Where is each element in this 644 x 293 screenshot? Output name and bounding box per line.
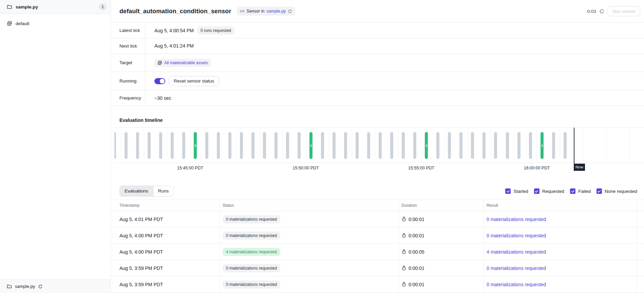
result-link[interactable]: 0 materializations requested	[487, 282, 546, 287]
timeline-gridline	[121, 128, 121, 163]
sidebar-item-label: sample.py	[16, 4, 38, 10]
evaluation-timestamp: Aug 5, 3:59 PM PDT	[119, 265, 163, 271]
filter-label: Started	[513, 189, 528, 194]
timeline-bar[interactable]	[114, 132, 116, 159]
timeline-bar[interactable]	[436, 132, 439, 159]
target-assets-link[interactable]: All materializable assets	[154, 59, 211, 67]
timeline-tick-label: 15:50:00 PDT	[293, 166, 319, 170]
tab-group: Evaluations Runs	[119, 186, 174, 197]
scrollbar-track[interactable]	[637, 200, 637, 293]
info-label: Running	[111, 78, 145, 84]
timeline-gridline	[190, 128, 190, 163]
timeline-bar[interactable]	[356, 132, 359, 159]
timeline-gridline	[329, 128, 329, 163]
checkbox-checked-icon[interactable]	[534, 188, 539, 194]
checkbox-checked-icon[interactable]	[596, 188, 602, 194]
timeline-bar[interactable]	[494, 132, 497, 159]
timeline-bar-requested[interactable]: 4	[425, 132, 428, 159]
reload-icon[interactable]	[288, 9, 292, 14]
timeline-bar[interactable]	[148, 132, 151, 159]
result-link[interactable]: 4 materializations requested	[487, 249, 546, 255]
status-badge: 0 materializations requested	[223, 264, 280, 272]
timeline-bar[interactable]	[482, 132, 486, 159]
filter-label: None requested	[605, 189, 637, 194]
timeline-bar[interactable]	[459, 132, 462, 159]
duration-text: 0:00:01	[409, 282, 424, 287]
reload-icon[interactable]	[38, 284, 43, 289]
timeline-bar[interactable]	[274, 132, 278, 159]
timeline-bar[interactable]	[552, 132, 555, 159]
timeline-bar[interactable]	[136, 132, 139, 159]
timeline-bar-requested[interactable]: 4	[309, 132, 312, 159]
filter-failed[interactable]: Failed	[570, 188, 591, 194]
timeline-gridline	[421, 128, 422, 163]
timeline-bar[interactable]	[517, 132, 520, 159]
timeline-bar[interactable]	[251, 132, 254, 159]
result-link[interactable]: 0 materializations requested	[487, 233, 546, 238]
info-row-next-tick: Next tick Aug 5, 4:01:24 PM	[111, 38, 644, 53]
timeline-bar[interactable]	[217, 132, 220, 159]
timeline-bar[interactable]	[286, 132, 289, 159]
timeline-bar[interactable]	[125, 132, 128, 159]
timeline-bar[interactable]	[413, 132, 416, 159]
result-link[interactable]: 0 materializations requested	[487, 217, 546, 222]
timeline-bar[interactable]	[344, 132, 347, 159]
timeline-bar[interactable]	[448, 132, 451, 159]
duration-value: 0:00:01	[401, 265, 424, 271]
timeline-heading: Evaluation timeline	[119, 117, 163, 123]
timeline-bar[interactable]	[263, 132, 266, 159]
checkbox-checked-icon[interactable]	[570, 188, 575, 194]
evaluation-timestamp: Aug 5, 4:00 PM PDT	[119, 249, 163, 255]
sensor-icon	[240, 9, 245, 14]
sidebar-item-default[interactable]: default	[0, 17, 111, 30]
timeline-bar[interactable]	[182, 132, 185, 159]
tab-evaluations[interactable]: Evaluations	[120, 186, 153, 196]
timeline-bar[interactable]	[205, 132, 208, 159]
table-row: Aug 5, 4:00 PM PDT4 materializations req…	[111, 244, 644, 260]
timeline-bar[interactable]	[321, 132, 324, 159]
timeline-bar[interactable]	[529, 132, 532, 159]
info-row-running: Running Reset sensor status	[111, 72, 644, 90]
timeline-gridline	[213, 128, 213, 163]
result-link[interactable]: 0 materializations requested	[487, 265, 546, 271]
stopwatch-icon	[401, 233, 406, 238]
timeline-bar[interactable]	[298, 132, 301, 159]
timeline-bar[interactable]	[367, 132, 370, 159]
timeline-bar[interactable]	[240, 132, 243, 159]
checkbox-checked-icon[interactable]	[505, 188, 511, 194]
timeline-bar[interactable]	[171, 132, 174, 159]
timeline-bar[interactable]	[390, 132, 393, 159]
target-assets-label: All materializable assets	[164, 60, 208, 65]
timeline-bar[interactable]	[333, 132, 336, 159]
running-toggle[interactable]	[154, 78, 165, 84]
timeline-bar[interactable]	[159, 132, 162, 159]
filter-requested[interactable]: Requested	[534, 188, 564, 194]
timeline-bar-requested[interactable]: 4	[194, 132, 197, 159]
timeline-bar[interactable]	[471, 132, 474, 159]
timeline-bar[interactable]	[506, 132, 509, 159]
reset-sensor-status-button[interactable]: Reset sensor status	[169, 76, 219, 86]
table-row: Aug 5, 4:00 PM PDT0 materializations req…	[111, 227, 644, 244]
sensor-tag-prefix: Sensor in	[247, 9, 265, 14]
table-row: Aug 5, 4:01 PM PDT0 materializations req…	[111, 211, 644, 227]
test-sensor-button[interactable]: Test sensor	[607, 6, 640, 16]
page-header: default_automation_condition_sensor Sens…	[111, 0, 644, 22]
refresh-icon[interactable]	[599, 9, 604, 14]
timeline-bar[interactable]	[564, 132, 567, 159]
status-badge: 0 materializations requested	[223, 232, 280, 240]
main-content: default_automation_condition_sensor Sens…	[111, 0, 644, 293]
timeline-bar[interactable]	[402, 132, 405, 159]
filter-none-requested[interactable]: None requested	[596, 188, 637, 194]
duration-text: 0:00:01	[409, 217, 424, 222]
table-row: Aug 5, 3:59 PM PDT0 materializations req…	[111, 276, 644, 293]
timeline-bar[interactable]	[228, 132, 231, 159]
filter-started[interactable]: Started	[505, 188, 528, 194]
timeline-bar-requested[interactable]: 4	[541, 132, 544, 159]
sensor-tag-file-link[interactable]: sample.py	[266, 9, 286, 14]
tab-runs[interactable]: Runs	[153, 186, 174, 196]
timeline-bar[interactable]	[379, 132, 382, 159]
info-row-latest-tick: Latest tick Aug 5, 4:00:54 PM 0 runs req…	[111, 22, 644, 38]
info-row-frequency: Frequency ~30 sec	[111, 90, 644, 106]
repository-icon	[7, 21, 12, 26]
sidebar-item-sample-py[interactable]: sample.py 1	[0, 0, 111, 14]
